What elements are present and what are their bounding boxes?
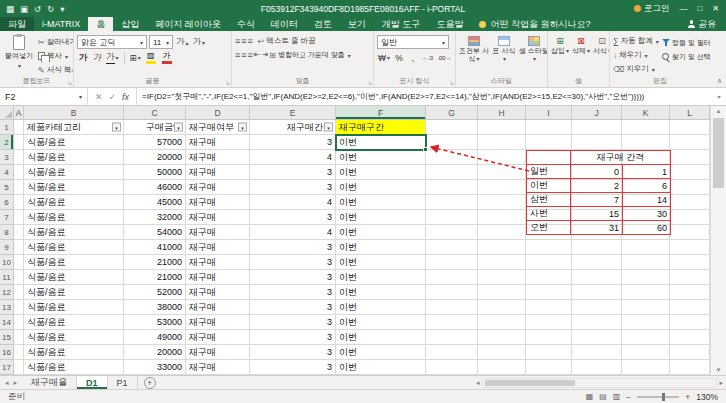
cell-C16[interactable]: 20000: [124, 345, 186, 360]
increase-decimal-button[interactable]: ←.0: [421, 51, 434, 64]
cell-A4[interactable]: [14, 165, 24, 180]
cell-D4[interactable]: 재구매: [186, 165, 250, 180]
horizontal-scroll-thumb[interactable]: [485, 380, 575, 386]
decrease-indent-icon[interactable]: ⇤: [254, 50, 261, 60]
enter-formula-icon[interactable]: ✓: [109, 92, 117, 102]
cell-F12[interactable]: 이번: [336, 285, 426, 300]
cell-E8[interactable]: 4: [250, 225, 336, 240]
qat-dropdown-icon[interactable]: ▾: [60, 4, 64, 14]
cell-G10[interactable]: [426, 255, 478, 270]
cell-H7[interactable]: [478, 210, 526, 225]
row-header-3[interactable]: 3: [0, 150, 14, 165]
cell-L9[interactable]: [670, 240, 710, 255]
cell-E2[interactable]: 3: [250, 135, 336, 150]
font-size-select[interactable]: 11▾: [149, 35, 173, 49]
cell-H3[interactable]: [478, 150, 526, 165]
cell-F7[interactable]: 이번: [336, 210, 426, 225]
sheet-nav-left-icon[interactable]: ◂: [5, 379, 9, 387]
zoom-slider[interactable]: [637, 396, 679, 398]
cell-I15[interactable]: [526, 330, 572, 345]
cell-D16[interactable]: 재구매: [186, 345, 250, 360]
zoom-out-button[interactable]: −: [626, 392, 631, 402]
cell-L13[interactable]: [670, 300, 710, 315]
align-right-icon[interactable]: ≡: [248, 50, 253, 60]
cell-I1[interactable]: [526, 120, 572, 135]
maximize-button[interactable]: □: [697, 4, 702, 13]
cell-H11[interactable]: [478, 270, 526, 285]
cell-C12[interactable]: 52000: [124, 285, 186, 300]
cell-I14[interactable]: [526, 315, 572, 330]
zoom-level[interactable]: 130%: [696, 392, 718, 402]
cell-L1[interactable]: [670, 120, 710, 135]
normal-view-icon[interactable]: ▦: [586, 392, 594, 401]
cell-G12[interactable]: [426, 285, 478, 300]
cell-C6[interactable]: 45000: [124, 195, 186, 210]
cell-C2[interactable]: 57000: [124, 135, 186, 150]
row-header-12[interactable]: 12: [0, 285, 14, 300]
cell-H13[interactable]: [478, 300, 526, 315]
ribbon-tab-7[interactable]: 데이터: [263, 17, 306, 31]
row-header-2[interactable]: 2: [0, 135, 14, 150]
underline-button[interactable]: 가▾: [105, 51, 120, 64]
cell-G1[interactable]: [426, 120, 478, 135]
cell-L17[interactable]: [670, 360, 710, 375]
ribbon-tab-10[interactable]: 개발 도구: [374, 17, 429, 31]
alignment-dialog-launcher-icon[interactable]: ⇘: [367, 79, 372, 86]
cell-B13[interactable]: 식품/음료: [24, 300, 124, 315]
cell-J9[interactable]: [572, 240, 622, 255]
sort-filter-button[interactable]: 정렬 및 필터▾: [662, 37, 710, 49]
row-header-1[interactable]: 1: [0, 120, 14, 135]
cell-J15[interactable]: [572, 330, 622, 345]
cell-L4[interactable]: [670, 165, 710, 180]
cell-F10[interactable]: 이번: [336, 255, 426, 270]
cell-F5[interactable]: 이번: [336, 180, 426, 195]
column-header-F[interactable]: F: [336, 106, 426, 120]
cell-J16[interactable]: [572, 345, 622, 360]
cell-H6[interactable]: [478, 195, 526, 210]
clear-button[interactable]: ⌫지우기▾: [613, 63, 659, 75]
zoom-slider-thumb[interactable]: [662, 393, 665, 401]
formula-input[interactable]: =IF(D2="첫구매","-",IF(E2<=1,"일번",IF(AND(E2…: [137, 88, 712, 105]
cell-F16[interactable]: 이번: [336, 345, 426, 360]
cell-L2[interactable]: [670, 135, 710, 150]
filter-dropdown-icon[interactable]: ▾: [112, 123, 121, 132]
increase-indent-icon[interactable]: ⇥: [262, 50, 269, 60]
decrease-font-size-button[interactable]: 가▾: [192, 36, 207, 49]
format-as-table-button[interactable]: 표 서식▾: [492, 33, 516, 76]
page-layout-view-icon[interactable]: ▤: [599, 392, 607, 401]
comma-style-button[interactable]: ,: [407, 51, 419, 64]
cell-B2[interactable]: 식품/음료: [24, 135, 124, 150]
scroll-right-icon[interactable]: ▸: [719, 379, 723, 387]
row-header-14[interactable]: 14: [0, 315, 14, 330]
cell-styles-button[interactable]: 셀 스타일▾: [519, 33, 548, 76]
cell-J12[interactable]: [572, 285, 622, 300]
cell-I9[interactable]: [526, 240, 572, 255]
cell-C11[interactable]: 21000: [124, 270, 186, 285]
row-header-5[interactable]: 5: [0, 180, 14, 195]
percent-style-button[interactable]: %: [393, 51, 405, 64]
format-cells-button[interactable]: ⊡ 서식▾: [593, 33, 610, 76]
row-header-9[interactable]: 9: [0, 240, 14, 255]
cell-F3[interactable]: 이번: [336, 150, 426, 165]
cell-C15[interactable]: 49000: [124, 330, 186, 345]
column-header-D[interactable]: D: [186, 106, 250, 120]
cell-C13[interactable]: 38000: [124, 300, 186, 315]
cell-E6[interactable]: 4: [250, 195, 336, 210]
column-header-J[interactable]: J: [572, 106, 622, 120]
cell-E16[interactable]: 3: [250, 345, 336, 360]
cell-E17[interactable]: 3: [250, 360, 336, 375]
cell-G7[interactable]: [426, 210, 478, 225]
cell-H4[interactable]: [478, 165, 526, 180]
cell-I17[interactable]: [526, 360, 572, 375]
cell-H15[interactable]: [478, 330, 526, 345]
cell-D15[interactable]: 재구매: [186, 330, 250, 345]
row-header-10[interactable]: 10: [0, 255, 14, 270]
row-header-15[interactable]: 15: [0, 330, 14, 345]
cell-C9[interactable]: 41000: [124, 240, 186, 255]
cell-K9[interactable]: [622, 240, 670, 255]
cell-F1[interactable]: 재구매구간: [336, 120, 426, 135]
cell-K16[interactable]: [622, 345, 670, 360]
cell-H17[interactable]: [478, 360, 526, 375]
cell-B4[interactable]: 식품/음료: [24, 165, 124, 180]
delete-cells-button[interactable]: ⊠ 삭제▾: [572, 33, 590, 76]
